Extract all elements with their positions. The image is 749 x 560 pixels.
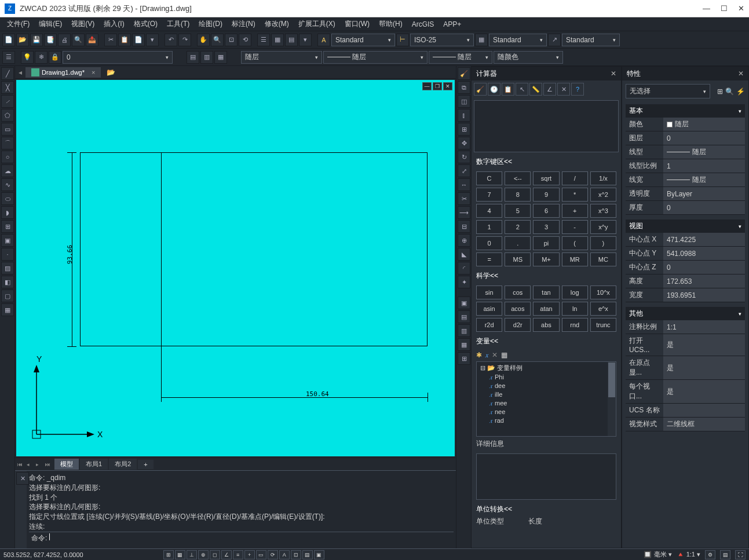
dimstyle-icon[interactable]: ⊢ bbox=[396, 34, 409, 46]
layeruniso-icon[interactable]: ▦ bbox=[214, 51, 227, 64]
layout-2[interactable]: 布局2 bbox=[109, 459, 137, 470]
calc-key-x^3[interactable]: x^3 bbox=[590, 204, 616, 218]
qp-icon[interactable]: ⊡ bbox=[291, 550, 301, 559]
textstyle-icon[interactable]: A bbox=[317, 34, 330, 46]
cycle-icon[interactable]: ⟳ bbox=[268, 550, 278, 559]
insert-icon[interactable]: ⊞ bbox=[1, 220, 14, 233]
menu-file[interactable]: 文件(F) bbox=[2, 17, 34, 31]
array-icon[interactable]: ⊞ bbox=[458, 123, 470, 136]
layerstate-icon[interactable]: ▤ bbox=[187, 51, 199, 64]
snap-icon[interactable]: ⊞ bbox=[163, 550, 174, 559]
menu-format[interactable]: 格式(O) bbox=[129, 17, 162, 31]
prop-h-value[interactable]: 172.653 bbox=[663, 274, 745, 288]
calc-key-sqrt[interactable]: sqrt bbox=[533, 171, 559, 185]
preview-icon[interactable]: 🔍 bbox=[72, 34, 85, 46]
tablestyle-dropdown[interactable]: Standard▾ bbox=[489, 34, 547, 46]
line-icon[interactable]: ╱ bbox=[1, 67, 14, 80]
document-tab[interactable]: Drawing1.dwg* × bbox=[25, 67, 101, 78]
doc-close-icon[interactable]: ✕ bbox=[443, 82, 452, 90]
section-basic[interactable]: 基本 bbox=[629, 106, 643, 116]
cmd-input[interactable]: 命令: bbox=[29, 532, 454, 544]
calc-key-8[interactable]: 8 bbox=[505, 188, 531, 202]
calc-key-/[interactable]: / bbox=[562, 171, 588, 185]
prop-trans-value[interactable]: ByLayer bbox=[663, 187, 745, 200]
publish-icon[interactable]: 📤 bbox=[86, 34, 98, 46]
calc-sci-tan[interactable]: tan bbox=[533, 286, 559, 299]
dimstyle-dropdown[interactable]: ISO-25▾ bbox=[410, 34, 474, 46]
prop-annoscale-value[interactable]: 1:1 bbox=[663, 320, 745, 334]
calc-sci-trunc[interactable]: trunc bbox=[590, 318, 616, 332]
color-dropdown[interactable]: 随颜色▾ bbox=[494, 51, 563, 64]
unit-label[interactable]: 🔲 毫米 ▾ bbox=[644, 550, 671, 559]
mirror-icon[interactable]: ◫ bbox=[458, 95, 470, 108]
calc-key-1/x[interactable]: 1/x bbox=[590, 171, 616, 185]
calc-display[interactable] bbox=[474, 100, 619, 152]
3d-icon[interactable]: ▣ bbox=[314, 550, 324, 559]
join-icon[interactable]: ⊕ bbox=[458, 234, 470, 247]
zoomprev-icon[interactable]: ⟲ bbox=[239, 34, 251, 46]
toolpalette-icon[interactable]: ▤ bbox=[285, 34, 298, 46]
lineweight-dropdown[interactable]: 随层▾ bbox=[429, 51, 492, 64]
ltab-last-icon[interactable]: ⏭ bbox=[45, 462, 53, 467]
calc-key-9[interactable]: 9 bbox=[533, 188, 559, 202]
break-icon[interactable]: ⊟ bbox=[458, 220, 470, 233]
numpad-header[interactable]: 数字键区<< bbox=[472, 155, 621, 169]
calc-key-+[interactable]: + bbox=[562, 204, 588, 218]
print-icon[interactable]: 🖨 bbox=[58, 34, 71, 46]
menu-help[interactable]: 帮助(H) bbox=[374, 17, 407, 31]
var-del-icon[interactable]: ✕ bbox=[492, 351, 498, 359]
paste-icon[interactable]: 📄 bbox=[132, 34, 145, 46]
ortho-icon[interactable]: ⊥ bbox=[187, 550, 197, 559]
calc-clear-icon[interactable]: 🧹 bbox=[474, 83, 487, 96]
ltab-next-icon[interactable]: ▸ bbox=[36, 462, 44, 467]
prop-ucsname-value[interactable] bbox=[663, 404, 745, 417]
tablestyle-icon[interactable]: ▦ bbox=[475, 34, 488, 46]
calc-key-MR[interactable]: MR bbox=[562, 252, 588, 266]
variable-tree[interactable]: ⊟ 📂 变量样例 𝑥Phi𝑥dee𝑥ille𝑥mee𝑥nee𝑥rad bbox=[476, 361, 616, 437]
calc-key-.[interactable]: . bbox=[505, 236, 531, 250]
open-folder-icon[interactable]: 📂 bbox=[107, 68, 115, 76]
var-item[interactable]: 𝑥ille bbox=[478, 390, 615, 399]
calc-key-C[interactable]: C bbox=[476, 171, 502, 185]
calc-intersect-icon[interactable]: ✕ bbox=[557, 83, 570, 96]
calc-key-3[interactable]: 3 bbox=[533, 220, 559, 234]
calc-sci-sin[interactable]: sin bbox=[476, 286, 502, 299]
extend-icon[interactable]: ⟶ bbox=[458, 206, 470, 219]
selection-dropdown[interactable]: 无选择▾ bbox=[626, 84, 710, 98]
pline-icon[interactable]: ⟋ bbox=[1, 95, 14, 108]
calc-key-([interactable]: ( bbox=[562, 236, 588, 250]
menu-modify[interactable]: 修改(M) bbox=[260, 17, 294, 31]
section-view[interactable]: 视图 bbox=[629, 221, 643, 231]
calc-key-=[interactable]: = bbox=[476, 252, 502, 266]
window1-icon[interactable]: ▣ bbox=[458, 297, 470, 309]
osnap-icon[interactable]: ◻ bbox=[210, 550, 220, 559]
fillet-icon[interactable]: ◜ bbox=[458, 262, 470, 274]
spline-icon[interactable]: ∿ bbox=[1, 178, 14, 191]
layout-model[interactable]: 模型 bbox=[54, 459, 79, 470]
textstyle-dropdown[interactable]: Standard▾ bbox=[331, 34, 395, 46]
zoomwin-icon[interactable]: ⊡ bbox=[225, 34, 238, 46]
calc-history-icon[interactable]: 🕐 bbox=[488, 83, 500, 96]
prop-ucs3-value[interactable]: 是 bbox=[663, 380, 745, 403]
prop-thick-value[interactable]: 0 bbox=[663, 201, 745, 214]
calc-sci-asin[interactable]: asin bbox=[476, 302, 502, 316]
calc-key-4[interactable]: 4 bbox=[476, 204, 502, 218]
prop-color-value[interactable]: 随层 bbox=[663, 118, 745, 131]
workspace-icon[interactable]: ⚙ bbox=[705, 550, 715, 559]
calc-dist-icon[interactable]: 📏 bbox=[529, 83, 542, 96]
lwt-icon[interactable]: ≡ bbox=[233, 550, 243, 559]
menu-express[interactable]: 扩展工具(X) bbox=[294, 17, 340, 31]
linetype2-dropdown[interactable]: 随层▾ bbox=[323, 51, 428, 64]
calc-sci-d2r[interactable]: d2r bbox=[505, 318, 531, 332]
var-header[interactable]: 变量<< bbox=[472, 334, 621, 349]
var-calc-icon[interactable]: ▦ bbox=[501, 351, 507, 359]
var-item[interactable]: 𝑥rad bbox=[478, 416, 615, 425]
togglepick-icon[interactable]: ⚡ bbox=[736, 87, 745, 96]
trim-icon[interactable]: ✂ bbox=[458, 192, 470, 205]
circle-icon[interactable]: ○ bbox=[1, 151, 14, 163]
gradient-icon[interactable]: ◧ bbox=[1, 276, 14, 288]
calc-close-icon[interactable]: ✕ bbox=[611, 69, 616, 78]
window4-icon[interactable]: ▦ bbox=[458, 338, 470, 351]
table-icon[interactable]: ▦ bbox=[1, 303, 14, 316]
ellipse-icon[interactable]: ⬭ bbox=[1, 192, 14, 205]
